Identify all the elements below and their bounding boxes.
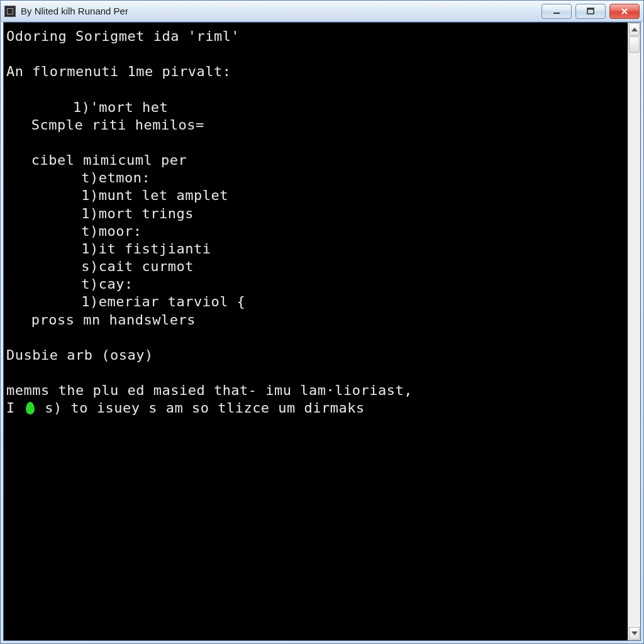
terminal-line: I s) to isuey s am so tlizce um dirmaks	[6, 399, 623, 417]
svg-rect-2	[587, 8, 594, 9]
terminal-line: s)cait curmot	[6, 258, 623, 275]
minimize-icon	[552, 7, 561, 16]
svg-rect-0	[553, 13, 560, 14]
terminal-line: 1)it fistjianti	[6, 240, 623, 258]
terminal-text: I	[6, 400, 24, 416]
scroll-down-button[interactable]	[629, 627, 640, 640]
terminal-line: 1)munt let amplet	[6, 187, 623, 204]
minimize-button[interactable]	[541, 4, 572, 19]
scrollbar-track[interactable]	[629, 36, 640, 626]
close-button[interactable]	[609, 4, 640, 19]
terminal-line: t)moor:	[6, 223, 623, 240]
terminal-line	[6, 80, 623, 98]
chevron-down-icon	[631, 631, 638, 635]
scrollbar-thumb[interactable]	[629, 36, 640, 53]
terminal-line: Dusbie arb (osay)	[6, 347, 623, 364]
terminal-line	[6, 45, 623, 63]
terminal-line	[6, 364, 623, 382]
terminal-output[interactable]: Odoring Sorigmet ida 'riml' An flormenut…	[4, 23, 628, 640]
maximize-icon	[586, 7, 595, 16]
terminal-line: pross mn handswlers	[6, 311, 623, 329]
terminal-text: s) to isuey s am so tlizce um dirmaks	[36, 400, 365, 416]
window-controls	[541, 4, 640, 19]
window-title: By Nlited kilh Runand Per	[21, 6, 541, 16]
terminal-line	[6, 134, 623, 152]
chevron-up-icon	[631, 28, 638, 31]
terminal-line: t)cay:	[6, 275, 623, 293]
app-icon	[4, 6, 16, 17]
terminal-line: cibel mimicuml per	[6, 152, 623, 169]
terminal-line: memms the plu ed masied that- imu lam·li…	[6, 382, 623, 399]
terminal-line: Odoring Sorigmet ida 'riml'	[6, 28, 623, 45]
titlebar[interactable]: By Nlited kilh Runand Per	[1, 1, 643, 22]
terminal-line: 1)'mort het	[6, 99, 623, 116]
close-icon	[620, 7, 629, 16]
cursor-icon	[26, 402, 35, 414]
terminal-line	[6, 329, 623, 347]
terminal-line: t)etmon:	[6, 169, 623, 187]
terminal-line: 1)mort trings	[6, 205, 623, 223]
terminal-line: Scmple riti hemilos=	[6, 116, 623, 134]
client-area: Odoring Sorigmet ida 'riml' An flormenut…	[3, 22, 641, 641]
terminal-line: An flormenuti 1me pirvalt:	[6, 63, 623, 80]
vertical-scrollbar[interactable]	[628, 23, 640, 640]
maximize-button[interactable]	[575, 4, 606, 19]
scroll-up-button[interactable]	[629, 23, 640, 36]
terminal-line: 1)emeriar tarviol {	[6, 293, 623, 311]
app-window: By Nlited kilh Runand Per Od	[0, 0, 644, 644]
